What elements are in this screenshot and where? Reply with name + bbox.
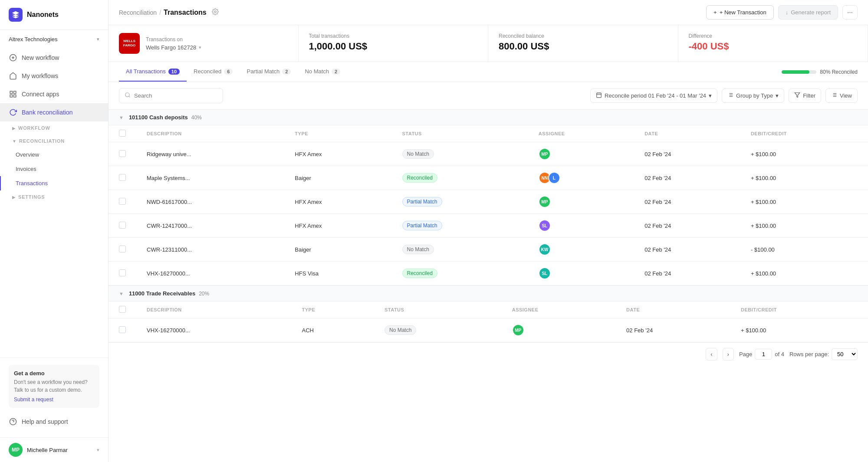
row-assignee: NNL bbox=[528, 166, 634, 190]
toolbar: Reconcile period 01 Feb '24 - 01 Mar '24… bbox=[108, 82, 868, 109]
sidebar-item-bank-reconciliation[interactable]: Bank reconciliation bbox=[0, 103, 108, 121]
overview-label: Overview bbox=[16, 151, 39, 158]
breadcrumb-parent[interactable]: Reconciliation bbox=[119, 9, 157, 16]
row-checkbox-cell bbox=[108, 318, 136, 342]
rows-label: Rows per page: bbox=[789, 351, 829, 357]
table-trade-receivables: DESCRIPTION TYPE STATUS ASSIGNEE DATE DE… bbox=[108, 301, 868, 342]
status-badge: Partial Match bbox=[402, 221, 442, 230]
demo-box: Get a demo Don't see a workflow you need… bbox=[9, 365, 99, 408]
group-by-button[interactable]: Group by Type ▾ bbox=[722, 88, 784, 103]
row-date: 02 Feb '24 bbox=[634, 238, 740, 262]
rows-per-page-select[interactable]: 50 25 100 bbox=[832, 348, 858, 360]
group-icon bbox=[727, 92, 733, 99]
prev-page-button[interactable]: ‹ bbox=[706, 348, 717, 360]
assignee-avatars: SL bbox=[539, 267, 624, 279]
sidebar-item-new-workflow[interactable]: New workflow bbox=[0, 49, 108, 67]
search-input[interactable] bbox=[134, 92, 217, 99]
new-workflow-label: New workflow bbox=[22, 54, 59, 61]
select-all-checkbox[interactable] bbox=[119, 130, 126, 137]
total-transactions-card: Total transactions 1,000.00 US$ bbox=[299, 25, 489, 62]
status-badge: No Match bbox=[402, 245, 434, 254]
status-badge: No Match bbox=[402, 149, 434, 159]
collapse-trade-receivables-icon: ▼ bbox=[119, 291, 124, 296]
row-checkbox[interactable] bbox=[119, 198, 126, 205]
sidebar-item-connect-apps[interactable]: Connect apps bbox=[0, 85, 108, 103]
row-date: 02 Feb '24 bbox=[616, 318, 730, 342]
row-description: CWR-12311000... bbox=[136, 238, 284, 262]
status-badge: Reconciled bbox=[402, 173, 437, 183]
row-checkbox[interactable] bbox=[119, 174, 126, 181]
search-box[interactable] bbox=[119, 88, 223, 103]
page-label: Page bbox=[739, 351, 752, 357]
invoices-label: Invoices bbox=[16, 166, 36, 172]
row-checkbox[interactable] bbox=[119, 326, 126, 333]
tab-no-match[interactable]: No Match 2 bbox=[298, 62, 347, 82]
tab-partial-match[interactable]: Partial Match 2 bbox=[240, 62, 298, 82]
reconciliation-section-toggle[interactable]: ▼ RECONCILIATION bbox=[0, 134, 108, 147]
filter-button[interactable]: Filter bbox=[789, 88, 821, 103]
col-debit-credit: DEBIT/CREDIT bbox=[740, 125, 868, 142]
more-options-button[interactable]: ⋯ bbox=[842, 5, 858, 20]
app-name: Nanonets bbox=[27, 11, 59, 19]
bank-dropdown[interactable]: Wells Fargo 162728 ▾ bbox=[146, 44, 288, 51]
sidebar-item-my-workflows[interactable]: My workflows bbox=[0, 67, 108, 85]
row-checkbox-cell bbox=[108, 238, 136, 262]
sidebar-item-overview[interactable]: Overview bbox=[0, 147, 108, 162]
next-page-button[interactable]: › bbox=[723, 348, 734, 360]
pagination: ‹ › Page of 4 Rows per page: 50 25 100 bbox=[108, 342, 868, 366]
svg-rect-3 bbox=[10, 91, 12, 93]
page-number-input[interactable] bbox=[755, 349, 772, 360]
select-all-checkbox-2[interactable] bbox=[119, 306, 126, 313]
row-assignee: MP bbox=[502, 318, 616, 342]
demo-text: Don't see a workflow you need? Talk to u… bbox=[14, 378, 94, 394]
group-header-cash-deposits[interactable]: ▼ 101100 Cash deposits 40% bbox=[108, 109, 868, 125]
sidebar-item-transactions[interactable]: Transactions bbox=[0, 176, 108, 190]
table-cash-deposits: DESCRIPTION TYPE STATUS ASSIGNEE DATE DE… bbox=[108, 125, 868, 285]
view-button[interactable]: View bbox=[825, 88, 858, 103]
workflow-section-toggle[interactable]: ▶ WORKFLOW bbox=[0, 121, 108, 134]
row-checkbox[interactable] bbox=[119, 222, 126, 229]
org-selector[interactable]: Altrex Technologies ▾ bbox=[0, 30, 108, 49]
tab-no-match-count: 2 bbox=[332, 69, 340, 75]
row-checkbox[interactable] bbox=[119, 246, 126, 252]
content-area: Reconcile period 01 Feb '24 - 01 Mar '24… bbox=[108, 82, 868, 462]
assignee-avatar: L bbox=[548, 172, 560, 184]
difference-card: Difference -400 US$ bbox=[678, 25, 868, 62]
breadcrumb-separator: / bbox=[159, 9, 161, 16]
row-checkbox[interactable] bbox=[119, 150, 126, 157]
new-transaction-button[interactable]: + + New Transaction bbox=[706, 5, 774, 20]
row-description: VHX-16270000... bbox=[136, 318, 292, 342]
group-title-trade-receivables: 11000 Trade Receivables bbox=[129, 290, 195, 297]
group-header-trade-receivables[interactable]: ▼ 11000 Trade Receivables 20% bbox=[108, 285, 868, 301]
sidebar-item-invoices[interactable]: Invoices bbox=[0, 162, 108, 176]
group-title-cash-deposits: 101100 Cash deposits bbox=[129, 114, 188, 121]
assignee-avatars: SL bbox=[539, 220, 624, 232]
transactions-label: Transactions bbox=[16, 180, 48, 187]
col-checkbox bbox=[108, 125, 136, 142]
gear-icon[interactable] bbox=[212, 8, 219, 16]
help-support-item[interactable]: Help and support bbox=[9, 413, 99, 430]
tabs-bar: All Transactions 10 Reconciled 6 Partial… bbox=[108, 62, 868, 82]
reconciled-value: 800.00 US$ bbox=[499, 41, 667, 52]
calendar-icon bbox=[596, 92, 602, 99]
reconciliation-section-label: RECONCILIATION bbox=[19, 138, 65, 144]
tab-all-transactions[interactable]: All Transactions 10 bbox=[119, 62, 187, 82]
download-icon: ↓ bbox=[786, 9, 789, 16]
settings-section-toggle[interactable]: ▶ SETTINGS bbox=[0, 190, 108, 203]
wells-fargo-logo: WELLS FARGO bbox=[119, 33, 140, 54]
row-checkbox[interactable] bbox=[119, 269, 126, 276]
user-menu[interactable]: MP Michelle Parmar ▾ bbox=[0, 437, 108, 462]
view-icon bbox=[831, 92, 837, 99]
submit-request-link[interactable]: Submit a request bbox=[14, 396, 53, 403]
col-type: TYPE bbox=[284, 125, 391, 142]
bank-reconciliation-label: Bank reconciliation bbox=[22, 109, 73, 116]
plus-circle-icon bbox=[9, 53, 17, 62]
tab-reconciled[interactable]: Reconciled 6 bbox=[187, 62, 240, 82]
difference-value: -400 US$ bbox=[689, 41, 858, 52]
col-date-2: DATE bbox=[616, 301, 730, 318]
svg-rect-12 bbox=[597, 93, 602, 98]
reconcile-period-button[interactable]: Reconcile period 01 Feb '24 - 01 Mar '24… bbox=[590, 88, 717, 103]
row-status: No Match bbox=[374, 318, 502, 342]
main-content: Reconciliation / Transactions + + New Tr… bbox=[108, 0, 868, 462]
generate-report-button[interactable]: ↓ Generate report bbox=[778, 5, 838, 20]
